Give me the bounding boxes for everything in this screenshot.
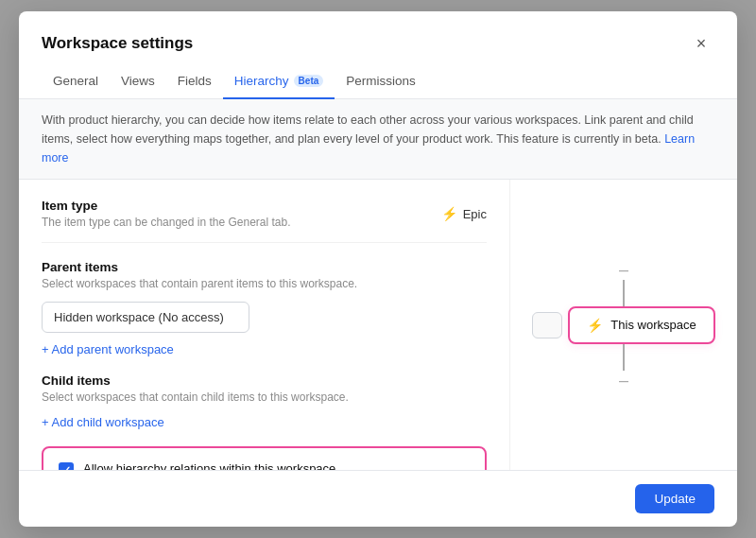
item-type-section: Item type The item type can be changed i…: [42, 199, 487, 243]
tabs-bar: General Views Fields Hierarchy Beta Perm…: [19, 64, 737, 99]
right-panel: – ⚡ This workspace –: [510, 180, 737, 470]
item-type-desc: The item type can be changed in the Gene…: [42, 216, 291, 229]
allow-hierarchy-label: Allow hierarchy relations within this wo…: [83, 461, 437, 470]
parent-items-desc: Select workspaces that contain parent it…: [42, 277, 487, 290]
parent-placeholder: –: [619, 260, 628, 280]
modal-footer: Update: [19, 470, 737, 527]
modal-dialog: Workspace settings × General Views Field…: [19, 11, 737, 527]
beta-badge: Beta: [294, 75, 324, 87]
tab-hierarchy[interactable]: Hierarchy Beta: [223, 64, 335, 99]
tab-views[interactable]: Views: [110, 64, 166, 99]
tab-permissions[interactable]: Permissions: [335, 64, 427, 99]
tab-fields[interactable]: Fields: [166, 64, 223, 99]
bottom-connector: [623, 344, 625, 371]
hierarchy-diagram: – ⚡ This workspace –: [532, 260, 714, 390]
hidden-workspace-tag: Hidden workspace (No access): [42, 302, 249, 333]
tab-general[interactable]: General: [42, 64, 110, 99]
modal-overlay: Workspace settings × General Views Field…: [0, 0, 756, 538]
this-workspace-label: This workspace: [610, 318, 696, 332]
child-items-desc: Select workspaces that contain child ite…: [42, 390, 487, 404]
info-banner: With product hierarchy, you can decide h…: [19, 99, 737, 180]
allow-hierarchy-checkbox[interactable]: [59, 462, 74, 470]
parent-items-section: Parent items Select workspaces that cont…: [42, 260, 487, 356]
child-items-title: Child items: [42, 373, 487, 388]
child-items-section: Child items Select workspaces that conta…: [42, 373, 487, 429]
item-type-label: Epic: [463, 207, 487, 221]
item-type-badge: ⚡ Epic: [441, 206, 487, 221]
close-button[interactable]: ×: [688, 30, 714, 57]
modal-title: Workspace settings: [42, 34, 193, 53]
item-type-title: Item type: [42, 199, 291, 213]
side-placeholder-box: [532, 312, 562, 338]
modal-body: Item type The item type can be changed i…: [19, 180, 737, 470]
lightning-icon: ⚡: [441, 206, 457, 221]
add-parent-workspace-button[interactable]: + Add parent workspace: [42, 342, 174, 356]
left-panel: Item type The item type can be changed i…: [19, 180, 510, 470]
child-placeholder: –: [619, 371, 628, 390]
update-button[interactable]: Update: [635, 484, 714, 513]
parent-items-title: Parent items: [42, 260, 487, 274]
top-connector: [623, 280, 625, 306]
modal-header: Workspace settings ×: [19, 11, 737, 57]
allow-hierarchy-section: Allow hierarchy relations within this wo…: [42, 446, 487, 470]
add-child-workspace-button[interactable]: + Add child workspace: [42, 415, 164, 429]
workspace-lightning-icon: ⚡: [587, 318, 603, 333]
this-workspace-box: ⚡ This workspace: [568, 306, 714, 344]
